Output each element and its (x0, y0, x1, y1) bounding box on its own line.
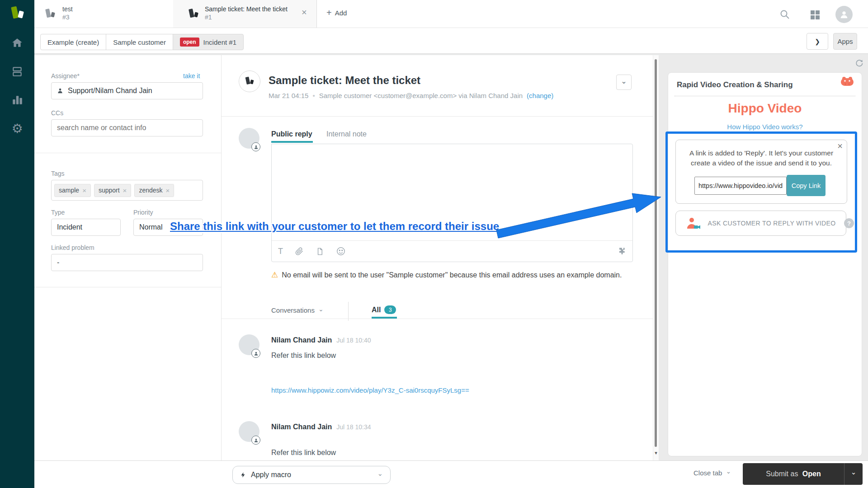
assignee-field[interactable]: Support/Nilam Chand Jain (51, 82, 203, 99)
apps-label: Apps (837, 38, 853, 45)
search-icon[interactable] (778, 9, 791, 22)
comment-time: Jul 18 10:40 (336, 337, 371, 344)
notice-text: A link is added to 'Reply'. It let's you… (676, 140, 847, 169)
apps-grid-icon[interactable] (810, 10, 820, 22)
apply-macro-dropdown[interactable]: Apply macro ⌄ (232, 466, 391, 484)
ticket-date: Mar 21 04:15 (269, 92, 308, 99)
tab-title: Sample ticket: Meet the ticket (205, 5, 288, 13)
ticket-tab-test[interactable]: test #3 × (34, 0, 174, 28)
comment-author[interactable]: Nilam Chand Jain (271, 423, 332, 431)
change-requester-link[interactable]: (change) (527, 92, 553, 99)
collapse-header-button[interactable]: ⌄ (616, 75, 632, 90)
ticket-icon (187, 7, 200, 23)
submit-status: Open (802, 470, 821, 478)
comment-time: Jul 18 10:34 (336, 423, 371, 431)
divider (34, 287, 221, 287)
scroll-down-arrow-icon[interactable]: ▾ (653, 450, 659, 456)
nav-home-icon[interactable] (0, 37, 34, 51)
hippo-panel-title: Rapid Video Creation & Sharing (677, 80, 793, 89)
ticket-tab-sample[interactable]: Sample ticket: Meet the ticket #1 × (173, 0, 317, 28)
submit-options-zone[interactable]: ⌄ (844, 470, 863, 478)
tab-subtitle: #3 (62, 14, 70, 21)
breadcrumb-item-customer[interactable]: Sample customer (106, 34, 173, 50)
tags-label: Tags (51, 170, 65, 177)
nav-views-icon[interactable] (0, 66, 34, 79)
zendesk-app-window: test #3 × Sample ticket: Meet the ticket… (0, 0, 868, 488)
tags-field[interactable]: sample× support× zendesk× (51, 180, 203, 201)
copy-link-button[interactable]: Copy Link (787, 175, 826, 196)
conversations-dropdown[interactable]: Conversations ⌄ (271, 306, 324, 314)
breadcrumb-item-incident[interactable]: open Incident #1 (173, 34, 244, 50)
warning-icon: ⚠ (271, 270, 278, 280)
help-icon[interactable]: ? (844, 218, 854, 228)
question-glyph: ? (847, 220, 851, 227)
submit-label-zone[interactable]: Submit as Open (743, 470, 844, 478)
tag-chip[interactable]: support× (94, 184, 131, 197)
type-field[interactable]: Incident (51, 219, 121, 236)
close-notice-icon[interactable]: × (837, 141, 843, 151)
nav-reports-icon[interactable] (0, 94, 34, 108)
tag-chip[interactable]: sample× (54, 184, 91, 197)
video-link-input[interactable] (694, 177, 787, 195)
comment-header: Nilam Chand Jain Jul 18 10:34 (271, 423, 371, 431)
tab-public-reply[interactable]: Public reply (271, 130, 312, 138)
filter-count-badge: 3 (384, 305, 396, 314)
header-divider (222, 116, 653, 117)
dotted-divider (675, 96, 855, 96)
hippo-logo: Hippo Video (668, 101, 862, 116)
take-it-link[interactable]: take it (183, 72, 200, 80)
ccs-input[interactable] (51, 119, 203, 136)
breadcrumb-label: Sample customer (113, 38, 166, 46)
breadcrumb-item-example[interactable]: Example (create) (40, 34, 106, 50)
comment-author[interactable]: Nilam Chand Jain (271, 336, 332, 344)
zendesk-logo[interactable] (9, 5, 26, 24)
attachment-icon[interactable] (295, 247, 304, 256)
warning-text: No email will be sent to the user "Sampl… (282, 270, 622, 280)
breadcrumb-label: Example (create) (47, 38, 99, 46)
linked-problem-value: - (57, 258, 59, 267)
close-icon[interactable]: × (302, 7, 307, 18)
nav-admin-gear-icon[interactable]: ⚙ (0, 121, 34, 136)
tab-title: test (62, 5, 73, 13)
add-tab-button[interactable]: + Add (326, 8, 347, 17)
ticket-icon (43, 7, 57, 23)
remove-tag-icon[interactable]: × (82, 187, 86, 194)
ask-customer-label: ASK CUSTOMER TO REPLY WITH VIDEO (708, 220, 835, 227)
chevron-down-icon: ⌄ (377, 469, 383, 478)
how-it-works-link[interactable]: How Hippo Video works? (668, 123, 862, 131)
linked-problem-field[interactable]: - (51, 254, 203, 271)
chevron-down-icon: ⌄ (621, 77, 627, 85)
linked-problem-label: Linked problem (51, 244, 94, 251)
ticket-title: Sample ticket: Meet the ticket (269, 74, 420, 87)
person-icon (57, 88, 63, 94)
breadcrumb-label: Incident #1 (203, 38, 236, 46)
tabbar-divider (34, 28, 868, 28)
end-user-badge-icon (251, 142, 260, 151)
document-icon[interactable] (316, 247, 324, 256)
tag-chip[interactable]: zendesk× (134, 184, 174, 197)
email-warning: ⚠ No email will be sent to the user "Sam… (271, 270, 627, 280)
submit-button[interactable]: Submit as Open ⌄ (743, 463, 863, 485)
apps-puzzle-icon[interactable] (617, 247, 626, 256)
avatar[interactable] (835, 6, 853, 23)
text-format-icon[interactable]: T (278, 247, 283, 256)
annotation-arrow (493, 180, 665, 245)
remove-tag-icon[interactable]: × (123, 187, 127, 194)
close-tab-dropdown[interactable]: Close tab ⌄ (693, 469, 731, 477)
remove-tag-icon[interactable]: × (166, 187, 170, 194)
refresh-icon[interactable] (854, 59, 863, 70)
apps-toggle-button[interactable]: Apps (833, 33, 857, 50)
assignee-value: Support/Nilam Chand Jain (68, 87, 152, 95)
chevron-down-icon: ⌄ (726, 468, 731, 475)
priority-value: Normal (139, 223, 163, 231)
comment-header: Nilam Chand Jain Jul 18 10:40 (271, 336, 371, 344)
filter-all-tab[interactable]: All 3 (372, 305, 396, 314)
next-ticket-button[interactable]: ❯ (807, 33, 828, 50)
add-label: Add (335, 9, 347, 17)
hippo-video-composer-icon[interactable] (336, 246, 346, 256)
comment-video-link[interactable]: https://www.hippowiz.com/video/play/Y3z_… (271, 386, 469, 394)
tab-internal-note[interactable]: Internal note (326, 130, 367, 138)
scrollbar-thumb[interactable] (655, 59, 657, 447)
macro-bolt-icon (240, 471, 246, 479)
ask-customer-button[interactable]: ASK CUSTOMER TO REPLY WITH VIDEO (675, 211, 846, 236)
